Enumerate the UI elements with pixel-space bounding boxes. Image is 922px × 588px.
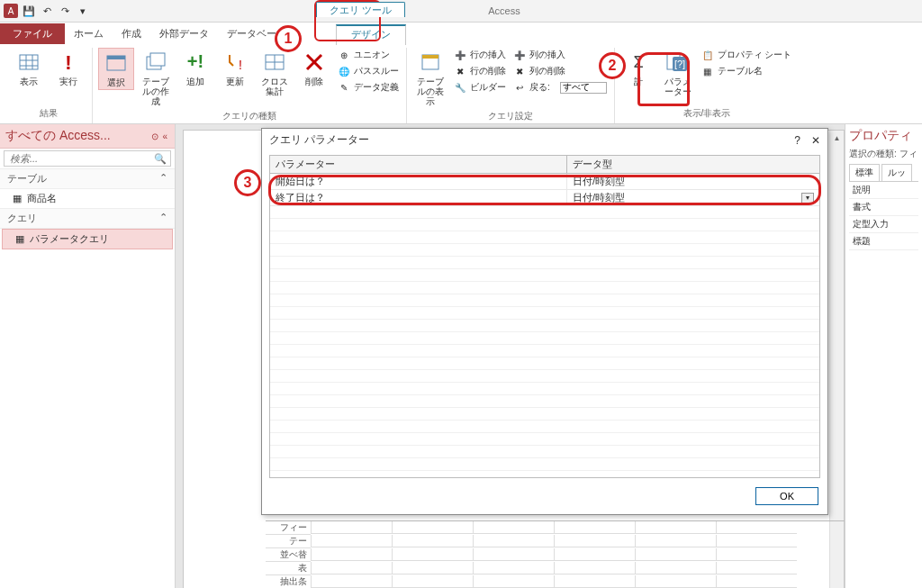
empty-row[interactable] bbox=[270, 294, 819, 307]
empty-row[interactable] bbox=[270, 395, 819, 408]
design-row-label: 並べ替 bbox=[266, 548, 311, 562]
insert-columns-button[interactable]: ➕列の挿入 bbox=[511, 48, 609, 62]
nav-dropdown-icon[interactable]: ⊙ bbox=[149, 131, 160, 141]
empty-row[interactable] bbox=[270, 244, 819, 257]
empty-row[interactable] bbox=[270, 320, 819, 332]
tab-file[interactable]: ファイル bbox=[0, 23, 65, 44]
nav-section-queries[interactable]: クエリ ⌃ bbox=[0, 208, 175, 229]
builder-label: ビルダー bbox=[470, 81, 506, 94]
nav-item-parameter-query[interactable]: ▦ パラメータクエリ bbox=[2, 229, 173, 249]
nav-collapse-icon[interactable]: « bbox=[160, 131, 169, 141]
select-query-icon bbox=[104, 50, 129, 76]
property-tab-lookup[interactable]: ルッ bbox=[881, 164, 912, 181]
delete-query-button[interactable]: 削除 bbox=[296, 48, 332, 88]
parameter-cell[interactable]: 開始日は？ bbox=[270, 174, 567, 189]
property-tab-general[interactable]: 標準 bbox=[849, 164, 880, 181]
nav-search-input[interactable] bbox=[8, 152, 154, 165]
show-table-button[interactable]: テーブルの表示 bbox=[412, 48, 448, 108]
dropdown-icon[interactable]: ▾ bbox=[801, 193, 814, 204]
append-button[interactable]: +! 追加 bbox=[177, 48, 213, 88]
collapse-icon[interactable]: ⌃ bbox=[159, 212, 167, 225]
empty-row[interactable] bbox=[270, 370, 819, 383]
empty-row[interactable] bbox=[270, 458, 819, 471]
delete-columns-label: 列の削除 bbox=[529, 65, 565, 77]
redo-icon[interactable]: ↷ bbox=[58, 4, 72, 18]
property-sheet-button[interactable]: 📋プロパティ シート bbox=[700, 48, 794, 62]
nav-search[interactable]: 🔍 bbox=[4, 150, 171, 167]
dialog-close-button[interactable]: ✕ bbox=[811, 134, 820, 147]
design-row-label: テー bbox=[266, 535, 311, 548]
empty-row[interactable] bbox=[270, 446, 819, 458]
table-names-button[interactable]: ▦テーブル名 bbox=[700, 64, 794, 78]
empty-row[interactable] bbox=[270, 219, 819, 231]
insert-rows-icon: ➕ bbox=[454, 49, 466, 61]
show-table-label: テーブルの表示 bbox=[414, 77, 447, 106]
update-button[interactable]: ! 更新 bbox=[217, 48, 253, 88]
empty-row[interactable] bbox=[270, 307, 819, 320]
nav-header[interactable]: すべての Access... ⊙ « bbox=[0, 124, 175, 149]
run-button[interactable]: ! 実行 bbox=[50, 48, 86, 88]
view-button[interactable]: 表示 bbox=[11, 48, 47, 88]
save-icon[interactable]: 💾 bbox=[22, 4, 36, 18]
dialog-title: クエリ パラメーター bbox=[269, 132, 369, 148]
select-query-button[interactable]: 選択 bbox=[98, 48, 134, 90]
parameters-button[interactable]: [?] パラメーター bbox=[660, 48, 696, 98]
tab-create[interactable]: 作成 bbox=[113, 23, 150, 44]
tab-design[interactable]: デザイン bbox=[336, 24, 406, 45]
crosstab-button[interactable]: クロス集計 bbox=[257, 48, 293, 98]
parameter-row[interactable]: 開始日は？ 日付/時刻型▾ bbox=[270, 174, 819, 190]
datatype-cell[interactable]: 日付/時刻型▾ bbox=[567, 190, 819, 205]
builder-button[interactable]: 🔧ビルダー bbox=[452, 80, 508, 95]
vertical-scrollbar[interactable]: ▲ bbox=[829, 131, 844, 588]
empty-row[interactable] bbox=[270, 206, 819, 219]
query-icon: ▦ bbox=[15, 233, 24, 245]
empty-row[interactable] bbox=[270, 383, 819, 395]
delete-columns-button[interactable]: ✖列の削除 bbox=[511, 64, 609, 78]
property-row[interactable]: 説明 bbox=[849, 182, 918, 199]
union-button[interactable]: ⊕ユニオン bbox=[336, 48, 401, 62]
property-row[interactable]: 定型入力 bbox=[849, 216, 918, 233]
empty-row[interactable] bbox=[270, 408, 819, 421]
empty-row[interactable] bbox=[270, 345, 819, 357]
empty-row[interactable] bbox=[270, 282, 819, 294]
qat-dropdown-icon[interactable]: ▾ bbox=[76, 4, 90, 18]
delete-rows-button[interactable]: ✖行の削除 bbox=[452, 64, 508, 78]
delete-query-label: 削除 bbox=[305, 77, 323, 86]
tab-external-data[interactable]: 外部データ bbox=[150, 23, 218, 44]
dialog-help-button[interactable]: ? bbox=[794, 134, 800, 147]
scroll-up-icon[interactable]: ▲ bbox=[830, 131, 844, 145]
make-table-button[interactable]: テーブルの作成 bbox=[138, 48, 174, 108]
svg-text:+!: +! bbox=[187, 51, 203, 71]
search-icon[interactable]: 🔍 bbox=[154, 153, 167, 165]
parameter-row[interactable]: 終了日は？ 日付/時刻型▾ bbox=[270, 190, 819, 206]
property-row[interactable]: 書式 bbox=[849, 199, 918, 216]
empty-row[interactable] bbox=[270, 332, 819, 345]
dialog-grid-rows[interactable]: 開始日は？ 日付/時刻型▾ 終了日は？ 日付/時刻型▾ bbox=[270, 174, 819, 477]
undo-icon[interactable]: ↶ bbox=[40, 4, 54, 18]
dialog-titlebar[interactable]: クエリ パラメーター ? ✕ bbox=[262, 129, 827, 151]
callout-2: 2 bbox=[599, 52, 626, 79]
data-definition-button[interactable]: ✎データ定義 bbox=[336, 80, 401, 95]
tab-home[interactable]: ホーム bbox=[65, 23, 113, 44]
insert-columns-icon: ➕ bbox=[513, 49, 526, 61]
empty-row[interactable] bbox=[270, 421, 819, 433]
column-datatype-header: データ型 bbox=[567, 156, 618, 173]
parameter-cell[interactable]: 終了日は？ bbox=[270, 190, 567, 205]
nav-item-table-products[interactable]: ▦ 商品名 bbox=[0, 189, 175, 208]
svg-rect-20 bbox=[422, 55, 438, 59]
passthrough-button[interactable]: 🌐パススルー bbox=[336, 64, 401, 78]
insert-rows-button[interactable]: ➕行の挿入 bbox=[452, 48, 508, 62]
empty-row[interactable] bbox=[270, 269, 819, 282]
return-select[interactable] bbox=[560, 82, 607, 94]
empty-row[interactable] bbox=[270, 433, 819, 446]
empty-row[interactable] bbox=[270, 231, 819, 244]
ok-button[interactable]: OK bbox=[755, 487, 818, 505]
empty-row[interactable] bbox=[270, 357, 819, 370]
return-button[interactable]: ↩戻る: bbox=[511, 80, 609, 95]
design-grid[interactable]: フィー テー 並べ替 表 抽出条 また bbox=[266, 520, 845, 588]
nav-section-tables[interactable]: テーブル ⌃ bbox=[0, 168, 175, 189]
empty-row[interactable] bbox=[270, 257, 819, 269]
property-row[interactable]: 標題 bbox=[849, 233, 918, 250]
collapse-icon[interactable]: ⌃ bbox=[159, 172, 167, 185]
datatype-cell[interactable]: 日付/時刻型▾ bbox=[567, 174, 819, 189]
